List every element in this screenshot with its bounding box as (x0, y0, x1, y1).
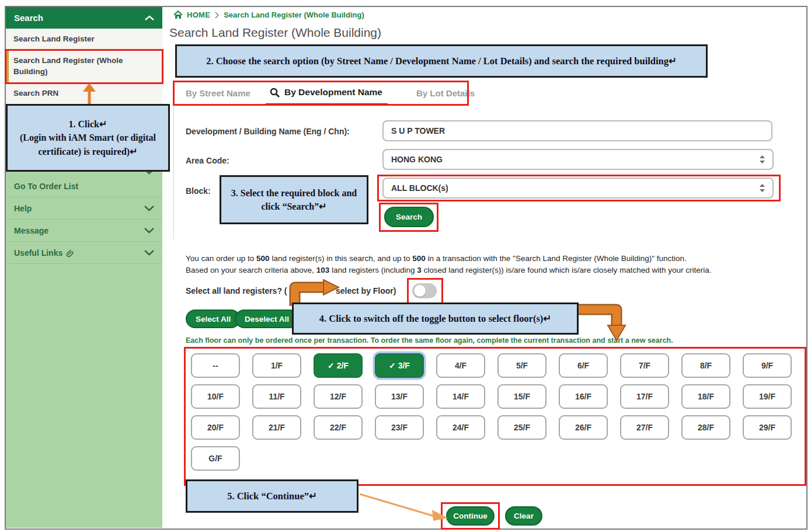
annotation-step5-text: 5. Click “Continue”↵ (227, 489, 317, 503)
floor-chip[interactable]: -- (191, 353, 240, 378)
floor-chip[interactable]: 19/F (743, 384, 792, 409)
breadcrumb: HOME Search Land Register (Whole Buildin… (173, 11, 364, 19)
select-all-button[interactable]: Select All (186, 310, 241, 328)
results-summary-line2: Based on your search criteria above, 103… (186, 265, 807, 276)
chevron-down-icon (144, 227, 154, 234)
sidebar-item-message[interactable]: Message (6, 220, 162, 242)
sidebar-item-help[interactable]: Help (6, 197, 162, 220)
floor-chip[interactable]: 11/F (252, 384, 301, 409)
floor-chip[interactable]: 21/F (252, 415, 301, 440)
floor-chip[interactable]: 25/F (497, 415, 547, 440)
floor-chip[interactable]: 2/F (314, 353, 363, 378)
sidebar-header-search[interactable]: Search (6, 7, 162, 29)
area-code-value: HONG KONG (391, 155, 443, 164)
area-code-label: Area Code: (186, 156, 229, 165)
continue-button[interactable]: Continue (446, 506, 495, 526)
floor-chip[interactable]: 29/F (743, 415, 792, 440)
tab-by-street-name[interactable]: By Street Name (186, 88, 250, 98)
breadcrumb-home-link[interactable]: HOME (187, 11, 210, 19)
annotation-step5: 5. Click “Continue”↵ (186, 479, 358, 513)
floor-grid: --1/F2/F3/F4/F5/F6/F7/F8/F9/F10/F11/F12/… (191, 353, 802, 471)
floor-chip[interactable]: 9/F (743, 353, 792, 378)
sidebar-item-label: Message (14, 226, 48, 235)
floor-chip[interactable]: 22/F (314, 415, 363, 440)
annotation-step1-line1: 1. Click↵ (69, 117, 107, 131)
tab-label: By Development Name (284, 87, 382, 98)
floor-chip[interactable]: 27/F (620, 415, 669, 440)
floor-chip[interactable]: 3/F (375, 353, 424, 378)
continue-button-label: Continue (453, 512, 488, 520)
dev-name-input[interactable]: S U P TOWER (382, 120, 772, 141)
floor-chip[interactable]: 15/F (497, 384, 547, 409)
search-icon (270, 88, 280, 98)
results-summary: You can order up to 500 land register(s)… (186, 253, 807, 276)
floor-chip[interactable]: 12/F (314, 384, 363, 409)
floor-chip[interactable]: 26/F (559, 415, 608, 440)
annotation-step1: 1. Click↵ (Login with iAM Smart (or digi… (6, 104, 170, 172)
sidebar-item-label-wrap: Useful Links (14, 248, 74, 258)
chevron-up-icon (145, 15, 154, 21)
home-icon (173, 11, 183, 19)
deselect-all-button-label: Deselect All (245, 315, 289, 324)
select-all-question-suffix: select by Floor) (336, 286, 396, 295)
text-segment: 500 (256, 254, 270, 263)
text-segment: 3 (417, 266, 422, 274)
select-arrows-icon (760, 184, 765, 192)
results-summary-line1: You can order up to 500 land register(s)… (186, 253, 807, 265)
search-button[interactable]: Search (384, 207, 434, 227)
floor-chip[interactable]: 13/F (375, 384, 424, 409)
floor-chip[interactable]: 8/F (681, 353, 730, 378)
floor-chip[interactable]: 16/F (559, 384, 608, 409)
annotation-step1-line2: (Login with iAM Smart (or digital certif… (15, 131, 161, 158)
dev-name-label: Development / Building Name (Eng / Chn): (186, 127, 350, 136)
sidebar-item-search-land-register-whole-building[interactable]: Search Land Register (Whole Building) (6, 50, 162, 83)
tab-label: By Street Name (186, 88, 250, 98)
sidebar-item-label: Go To Order List (14, 182, 78, 191)
floor-chip[interactable]: 20/F (191, 415, 240, 440)
floor-chip[interactable]: 5/F (497, 353, 547, 378)
block-select[interactable]: ALL BLOCK(s) (382, 178, 774, 199)
link-icon (66, 249, 74, 257)
sidebar-item-go-to-order-list[interactable]: Go To Order List (6, 175, 162, 197)
sidebar-item-label: Help (14, 204, 32, 213)
annotation-step4-text: 4. Click to switch off the toggle button… (319, 312, 551, 326)
floor-chip[interactable]: 4/F (436, 353, 485, 378)
sidebar-item-label: Useful Links (14, 248, 62, 258)
sidebar-item-useful-links[interactable]: Useful Links (6, 242, 162, 264)
area-code-select[interactable]: HONG KONG (382, 149, 774, 170)
select-all-toggle[interactable] (412, 283, 437, 298)
clear-button[interactable]: Clear (505, 506, 542, 526)
floor-chip[interactable]: 23/F (375, 415, 424, 440)
select-all-question-prefix: Select all land registers? ( (186, 286, 287, 295)
floor-chip[interactable]: G/F (191, 446, 240, 471)
annotation-step2: 2. Choose the search option (by Street N… (175, 44, 708, 78)
floor-chip[interactable]: 18/F (681, 384, 730, 409)
text-segment: land register(s) in this search, and up … (270, 254, 413, 263)
floor-chip[interactable]: 14/F (436, 384, 485, 409)
floor-chip[interactable]: 6/F (559, 353, 608, 378)
toggle-knob (414, 285, 426, 297)
floor-chip[interactable]: 28/F (681, 415, 730, 440)
active-tab-underline (266, 103, 388, 106)
text-segment: land registers (including (329, 266, 417, 274)
floor-chip[interactable]: 7/F (620, 353, 669, 378)
floor-chip[interactable]: 17/F (620, 384, 669, 409)
text-segment: closed land register(s)) is/are found wh… (422, 266, 712, 274)
floor-note: Each floor can only be ordered once per … (186, 336, 673, 345)
text-segment: You can order up to (186, 254, 256, 263)
chevron-down-icon (144, 205, 154, 211)
panel-divider (173, 106, 174, 239)
clear-button-label: Clear (514, 512, 534, 520)
tab-label: By Lot Details (416, 88, 475, 98)
annotation-step3-text: 3. Select the required block and click “… (231, 186, 357, 213)
floor-chip[interactable]: 24/F (436, 415, 485, 440)
sidebar-item-search-land-register[interactable]: Search Land Register (6, 29, 162, 50)
text-segment: in a transaction with the "Search Land R… (426, 254, 687, 263)
floor-chip[interactable]: 1/F (252, 353, 301, 378)
sidebar-item-search-prn[interactable]: Search PRN (6, 83, 162, 105)
tab-by-lot-details[interactable]: By Lot Details (416, 88, 475, 98)
deselect-all-button[interactable]: Deselect All (235, 310, 299, 328)
tab-by-development-name[interactable]: By Development Name (270, 87, 382, 98)
breadcrumb-current: Search Land Register (Whole Building) (224, 11, 364, 19)
floor-chip[interactable]: 10/F (191, 384, 240, 409)
